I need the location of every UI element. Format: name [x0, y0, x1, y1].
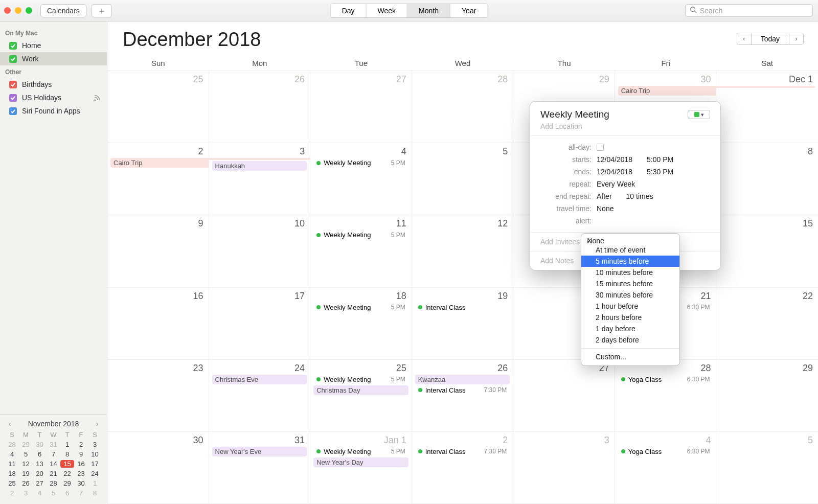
mini-next-month-button[interactable]: › [94, 420, 101, 428]
day-cell[interactable]: 16 [107, 288, 209, 360]
event-pill[interactable]: Kwanzaa [415, 375, 510, 384]
prev-month-button[interactable]: ‹ [737, 33, 751, 45]
alert-menu-item[interactable]: At time of event [581, 244, 679, 256]
event-title-field[interactable]: Weekly Meeting [540, 109, 688, 120]
day-cell[interactable]: 12 [412, 215, 514, 287]
event-pill[interactable]: Weekly Meeting5 PM [313, 447, 408, 456]
day-cell[interactable]: 31New Year's Eve [209, 432, 311, 504]
mini-day-cell[interactable]: 5 [19, 450, 33, 458]
event-pill[interactable]: Cairo Trip [618, 86, 717, 96]
calendar-visibility-checkbox[interactable] [9, 81, 17, 88]
mini-day-cell[interactable]: 12 [19, 460, 33, 468]
day-cell[interactable]: 28Yoga Class6:30 PM [615, 360, 717, 432]
calendar-visibility-checkbox[interactable] [9, 107, 17, 115]
alert-menu-item[interactable]: 30 minutes before [581, 289, 679, 301]
mini-day-cell[interactable]: 25 [5, 479, 19, 487]
event-pill[interactable]: Christmas Day [313, 385, 408, 395]
event-pill[interactable]: Weekly Meeting5 PM [313, 230, 408, 240]
mini-day-cell[interactable]: 2 [5, 489, 19, 497]
mini-day-cell[interactable]: 20 [33, 470, 47, 477]
view-tab-year[interactable]: Year [450, 4, 487, 17]
alert-menu-item[interactable]: 2 days before [581, 334, 679, 346]
new-event-button[interactable]: ＋ [92, 4, 112, 17]
repeat-value[interactable]: Every Week [597, 180, 635, 188]
mini-day-cell[interactable]: 4 [33, 489, 47, 497]
day-cell[interactable]: Dec 1 [716, 71, 818, 143]
calendar-visibility-checkbox[interactable] [9, 94, 17, 102]
mini-day-cell[interactable]: 30 [33, 441, 47, 448]
mini-day-cell[interactable]: 28 [5, 441, 19, 448]
day-cell[interactable]: 19Interval Class [412, 288, 514, 360]
day-cell[interactable]: 8 [716, 143, 818, 215]
event-pill[interactable] [716, 86, 815, 88]
event-pill[interactable] [209, 158, 311, 160]
calendar-color-picker[interactable]: ▾ [688, 110, 710, 119]
day-cell[interactable]: 27 [310, 71, 412, 143]
day-cell[interactable]: 4Yoga Class6:30 PM [615, 432, 717, 504]
mini-day-cell[interactable]: 27 [33, 479, 47, 487]
end-time-field[interactable]: 5:30 PM [647, 168, 673, 176]
day-cell[interactable]: 10 [209, 215, 311, 287]
mini-day-cell[interactable]: 28 [47, 479, 60, 487]
alert-menu-item[interactable]: None [581, 237, 604, 244]
calendar-list-item[interactable]: Siri Found in Apps [0, 104, 107, 118]
day-cell[interactable]: 27 [513, 360, 615, 432]
travel-time-value[interactable]: None [597, 204, 614, 213]
day-cell[interactable]: 28 [412, 71, 514, 143]
view-tab-month[interactable]: Month [407, 4, 450, 17]
calendar-list-item[interactable]: Birthdays [0, 78, 107, 91]
mini-day-cell[interactable]: 11 [5, 460, 19, 468]
calendar-list-item[interactable]: Home [0, 39, 107, 52]
mini-day-cell[interactable]: 29 [19, 441, 33, 448]
mini-day-cell[interactable]: 8 [88, 489, 102, 497]
alert-menu-item[interactable]: 15 minutes before [581, 278, 679, 289]
event-pill[interactable]: Hanukkah [212, 161, 307, 171]
day-cell[interactable]: 25Weekly Meeting5 PMChristmas Day [310, 360, 412, 432]
start-date-field[interactable]: 12/04/2018 [597, 155, 632, 164]
next-month-button[interactable]: › [789, 33, 804, 45]
mini-day-cell[interactable]: 6 [33, 450, 47, 458]
event-pill[interactable]: New Year's Day [313, 457, 408, 467]
close-window-button[interactable] [4, 7, 11, 14]
mini-day-cell[interactable]: 3 [88, 441, 102, 448]
calendar-list-item[interactable]: Work [0, 52, 107, 65]
alert-dropdown-menu[interactable]: NoneAt time of event5 minutes before10 m… [581, 233, 680, 366]
event-pill[interactable]: Interval Class7:30 PM [415, 447, 510, 456]
mini-day-cell[interactable]: 8 [60, 450, 74, 458]
mini-day-cell[interactable]: 13 [33, 460, 47, 468]
day-cell[interactable]: 17 [209, 288, 311, 360]
end-date-field[interactable]: 12/04/2018 [597, 168, 632, 176]
event-pill[interactable]: New Year's Eve [212, 447, 307, 456]
event-pill[interactable]: Christmas Eve [212, 375, 307, 384]
day-cell[interactable]: 9 [107, 215, 209, 287]
end-repeat-count[interactable]: 10 times [626, 192, 653, 200]
mini-day-cell[interactable]: 6 [60, 489, 74, 497]
mini-day-cell[interactable]: 26 [19, 479, 33, 487]
calendar-list-item[interactable]: US Holidays [0, 91, 107, 104]
day-cell[interactable]: 3Hanukkah [209, 143, 311, 215]
event-pill[interactable]: Cairo Trip [110, 158, 209, 168]
mini-prev-month-button[interactable]: ‹ [6, 420, 13, 428]
mini-day-cell[interactable]: 16 [74, 460, 88, 468]
event-pill[interactable]: Weekly Meeting5 PM [313, 303, 408, 312]
day-cell[interactable]: 2Cairo Trip [107, 143, 209, 215]
today-button[interactable]: Today [751, 33, 789, 45]
mini-day-cell[interactable]: 7 [74, 489, 88, 497]
mini-day-cell[interactable]: 9 [74, 450, 88, 458]
end-repeat-mode[interactable]: After [597, 192, 612, 200]
alert-menu-custom[interactable]: Custom... [581, 351, 679, 362]
day-cell[interactable]: 3 [513, 432, 615, 504]
mini-day-cell[interactable]: 1 [60, 441, 74, 448]
event-pill[interactable]: Weekly Meeting5 PM [313, 158, 408, 168]
day-cell[interactable]: 22 [716, 288, 818, 360]
mini-day-cell[interactable]: 24 [88, 470, 102, 477]
event-pill[interactable]: Yoga Class6:30 PM [618, 447, 713, 456]
day-cell[interactable]: 29 [716, 360, 818, 432]
event-location-field[interactable]: Add Location [540, 122, 710, 130]
day-cell[interactable]: 24Christmas Eve [209, 360, 311, 432]
mini-day-cell[interactable]: 2 [74, 441, 88, 448]
view-tab-week[interactable]: Week [367, 4, 408, 17]
day-cell[interactable]: Jan 1Weekly Meeting5 PMNew Year's Day [310, 432, 412, 504]
day-cell[interactable]: 4Weekly Meeting5 PM [310, 143, 412, 215]
mini-day-cell[interactable]: 18 [5, 470, 19, 477]
